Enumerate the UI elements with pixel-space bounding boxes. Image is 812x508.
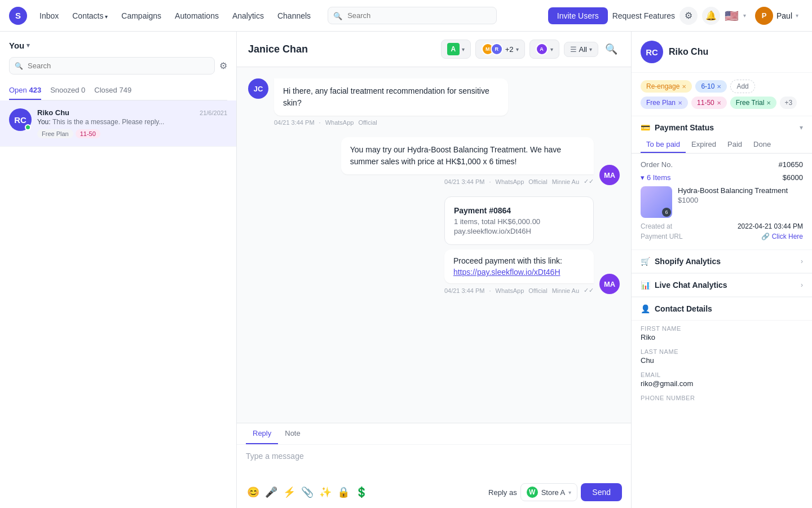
last-name-label: Last Name [641,348,803,355]
payment-status-title: Payment Status [655,123,714,132]
order-row: Order No. #10650 [641,160,803,169]
channel-selector[interactable]: A ▾ [441,40,471,59]
contact-header: RC Riko Chu [632,32,812,73]
store-selector[interactable]: W Store A ▾ [520,483,578,501]
audio-icon[interactable]: 🎤 [264,485,279,500]
sparkle-icon[interactable]: ✨ [318,485,333,500]
conversation-item[interactable]: RC Riko Chu 21/6/2021 You: This is the a… [0,100,236,147]
payment-url-link[interactable]: 🔗 Click Here [761,233,803,240]
payment-status-chevron-icon: ▾ [800,124,803,132]
reply-input[interactable]: Type a message [237,445,631,479]
online-indicator [25,124,31,130]
topbar: S Inbox Contacts Campaigns Automations A… [0,0,812,32]
ptab-done[interactable]: Done [748,137,776,153]
tag-11-50[interactable]: 11-50 [76,129,100,138]
sidebar-filter-icon[interactable]: ⚙ [219,60,227,71]
contact-name: Riko Chu [669,47,708,57]
last-name-value: Chu [641,356,803,365]
request-features-link[interactable]: Request Features [612,11,675,20]
messages-area: JC Hi there, any facial treatment recomm… [237,67,631,423]
you-dropdown[interactable]: You ▾ [9,41,227,50]
filter-selector[interactable]: ☰ All ▾ [564,42,598,57]
add-tag-button[interactable]: Add [730,80,754,93]
avatars-extra-label: +2 [505,45,514,54]
nav-channels[interactable]: Channels [272,8,316,24]
payment-follow-link[interactable]: https://pay.sleekflow.io/xDt46H [453,268,561,277]
notifications-icon-btn[interactable]: 🔔 [702,7,720,25]
created-at-label: Created at [641,222,672,230]
reply-as-label: Reply as [488,488,517,497]
agent-avatar: MA [599,165,620,185]
live-chat-analytics-title: Live Chat Analytics [655,281,727,290]
lightning-icon[interactable]: ⚡ [282,485,297,500]
tab-note[interactable]: Note [278,423,307,444]
payment-status-header[interactable]: 💳 Payment Status ▾ [632,116,812,132]
live-chat-analytics-section[interactable]: 📊 Live Chat Analytics › [632,273,812,297]
user-menu[interactable]: P Paul ▾ [751,5,803,27]
sidebar-search-input[interactable] [9,57,215,75]
first-name-field: First Name Riko [641,325,803,341]
emoji-icon[interactable]: 😊 [246,485,261,500]
search-input[interactable] [328,7,497,24]
conv-date: 21/6/2021 [200,110,227,116]
settings-icon-btn[interactable]: ⚙ [679,7,698,25]
tag-plus3[interactable]: +3 [780,97,797,109]
nav-contacts[interactable]: Contacts [67,8,113,24]
conv-name: Riko Chu [37,108,69,117]
items-collapse[interactable]: ▾ 6 Items $6000 [641,173,803,182]
invite-users-button[interactable]: Invite Users [548,7,608,24]
ptab-expired[interactable]: Expired [686,137,722,153]
chat-title: Janice Chan [248,43,434,55]
assignee-selector[interactable]: A ▾ [529,40,559,59]
payment-url-label: Payment URL [641,233,683,240]
shopify-analytics-section[interactable]: 🛒 Shopify Analytics › [632,249,812,273]
tab-open[interactable]: Open 423 [9,81,41,100]
tags-section: Re-engage ✕ 6-10 ✕ Add Free Plan ✕ 11-50… [632,73,812,116]
avatar-group-selector[interactable]: M R +2 ▾ [475,40,525,59]
shopify-chevron-icon: › [801,257,803,265]
lock-icon[interactable]: 🔒 [336,485,351,500]
whatsapp-icon: W [527,487,538,498]
first-name-value: Riko [641,333,803,341]
created-at-value: 2022-04-21 03:44 PM [738,222,803,230]
attach-icon[interactable]: 📎 [300,485,315,500]
chat-header: Janice Chan A ▾ M R +2 ▾ A ▾ [237,32,631,67]
tag-free-trial[interactable]: Free Trial ✕ [730,97,777,109]
nav-analytics[interactable]: Analytics [227,8,270,24]
product-name: Hydra-Boost Balancing Treatment [678,186,788,195]
chat-panel: Janice Chan A ▾ M R +2 ▾ A ▾ [237,32,632,508]
items-label: 6 Items [647,173,671,182]
tag-11-50-rp[interactable]: 11-50 ✕ [691,97,727,109]
tab-closed[interactable]: Closed 749 [94,81,131,100]
right-panel: RC Riko Chu Re-engage ✕ 6-10 ✕ Add Free … [632,32,812,508]
filter-icon: ☰ [570,45,577,54]
topbar-actions: Invite Users Request Features ⚙ 🔔 🇺🇸 ▾ P… [548,5,803,27]
nav-campaigns[interactable]: Campaigns [116,8,167,24]
dollar-icon[interactable]: 💲 [354,485,369,500]
nav-inbox[interactable]: Inbox [34,8,64,24]
contact-details-section[interactable]: 👤 Contact Details [632,297,812,321]
chat-search-button[interactable]: 🔍 [603,41,620,58]
reply-box: Reply Note Type a message 😊 🎤 ⚡ 📎 ✨ 🔒 💲 … [237,423,631,508]
payment-meta: 04/21 3:44 PM · WhatsApp Official Minnie… [444,287,594,294]
live-chat-icon: 📊 [641,281,650,290]
search-container: 🔍 [328,7,497,24]
tag-reengage[interactable]: Re-engage ✕ [641,80,692,93]
tag-free-plan-rp[interactable]: Free Plan ✕ [641,97,688,109]
ptab-paid[interactable]: Paid [722,137,748,153]
ptab-to-be-paid[interactable]: To be paid [641,137,686,153]
avatar-2: R [491,43,503,55]
message-meta-out: 04/21 3:44 PM · WhatsApp Official Minnie… [341,178,594,185]
avatar: RC [9,108,32,131]
logo[interactable]: S [9,7,27,25]
contact-details-icon: 👤 [641,304,650,313]
tab-reply[interactable]: Reply [246,423,278,444]
tag-free-plan[interactable]: Free Plan [37,129,73,138]
tag-6-10[interactable]: 6-10 ✕ [695,80,727,93]
flag-icon[interactable]: 🇺🇸 [725,9,739,23]
payment-link: pay.sleekflow.io/xDt46H [454,227,584,235]
tab-snoozed[interactable]: Snoozed 0 [50,81,85,100]
nav-automations[interactable]: Automations [169,8,224,24]
flag-chevron: ▾ [743,12,746,19]
send-button[interactable]: Send [581,483,622,501]
